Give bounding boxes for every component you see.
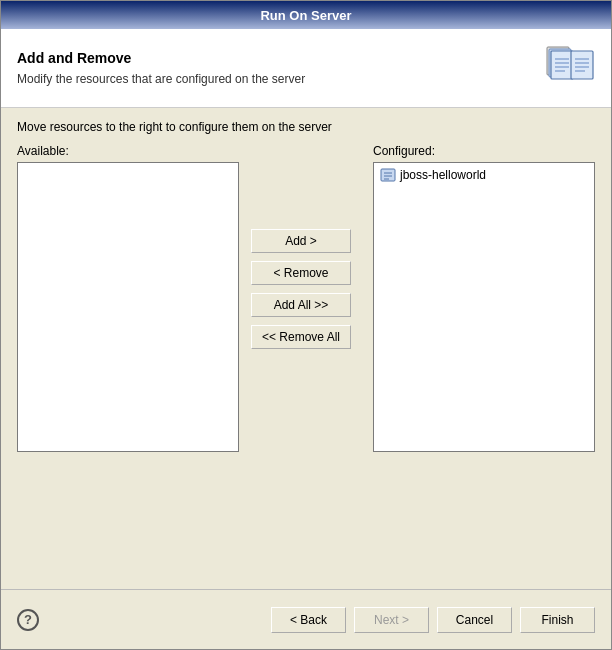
next-button[interactable]: Next >: [354, 607, 429, 633]
add-all-button[interactable]: Add All >>: [251, 293, 351, 317]
help-icon-label: ?: [24, 612, 32, 627]
footer-buttons: < Back Next > Cancel Finish: [271, 607, 595, 633]
svg-rect-7: [571, 51, 593, 79]
title-bar: Run On Server: [1, 1, 611, 29]
header-title: Add and Remove: [17, 50, 545, 66]
header-section: Add and Remove Modify the resources that…: [1, 29, 611, 108]
finish-button[interactable]: Finish: [520, 607, 595, 633]
run-on-server-dialog: Run On Server Add and Remove Modify the …: [0, 0, 612, 650]
remove-all-button[interactable]: << Remove All: [251, 325, 351, 349]
configured-list[interactable]: jboss-helloworld: [373, 162, 595, 452]
server-icon: [545, 43, 595, 93]
configured-panel: Configured: jboss-helloworld: [373, 144, 595, 452]
header-text: Add and Remove Modify the resources that…: [17, 50, 545, 86]
back-button[interactable]: < Back: [271, 607, 346, 633]
project-icon: [380, 167, 396, 183]
header-description: Modify the resources that are configured…: [17, 72, 545, 86]
configured-item-name: jboss-helloworld: [400, 168, 486, 182]
transfer-buttons: Add > < Remove Add All >> << Remove All: [239, 144, 363, 434]
help-button[interactable]: ?: [17, 609, 39, 631]
body-section: Move resources to the right to configure…: [1, 108, 611, 589]
list-item[interactable]: jboss-helloworld: [376, 165, 592, 185]
instruction-text: Move resources to the right to configure…: [17, 120, 595, 134]
panels-row: Available: Add > < Remove Add All >> << …: [17, 144, 595, 577]
available-panel: Available:: [17, 144, 239, 452]
configured-label: Configured:: [373, 144, 595, 158]
add-button[interactable]: Add >: [251, 229, 351, 253]
available-list[interactable]: [17, 162, 239, 452]
dialog-content: Add and Remove Modify the resources that…: [1, 29, 611, 649]
footer: ? < Back Next > Cancel Finish: [1, 589, 611, 649]
cancel-button[interactable]: Cancel: [437, 607, 512, 633]
available-label: Available:: [17, 144, 239, 158]
remove-button[interactable]: < Remove: [251, 261, 351, 285]
svg-rect-2: [551, 51, 573, 79]
dialog-title: Run On Server: [260, 8, 351, 23]
footer-left: ?: [17, 609, 263, 631]
